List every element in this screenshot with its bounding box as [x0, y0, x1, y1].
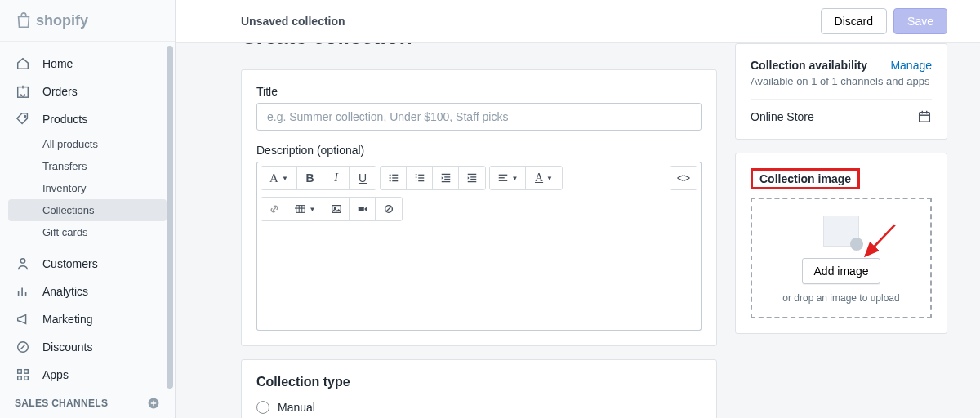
nav-marketing-label: Marketing: [42, 313, 92, 326]
collection-image-card: Collection image Add image or drop an im…: [735, 153, 947, 334]
availability-subtitle: Available on 1 of 1 channels and apps: [751, 75, 932, 87]
clear-format-button[interactable]: [376, 198, 402, 220]
text-color-dropdown[interactable]: A▼: [526, 167, 562, 189]
svg-rect-27: [470, 176, 476, 177]
outdent-button[interactable]: [433, 167, 459, 189]
svg-rect-26: [468, 174, 477, 175]
svg-rect-28: [470, 179, 476, 180]
nav-analytics[interactable]: Analytics: [0, 278, 175, 305]
svg-rect-16: [418, 175, 424, 176]
nav-products[interactable]: Products: [0, 105, 175, 133]
availability-title: Collection availability: [751, 59, 867, 72]
svg-rect-25: [441, 181, 450, 182]
shopify-logo[interactable]: shopify: [15, 11, 160, 29]
page-status: Unsaved collection: [241, 15, 345, 28]
collection-image-title: Collection image: [760, 172, 851, 185]
svg-rect-22: [441, 174, 450, 175]
collection-image-highlight: Collection image: [751, 168, 860, 189]
bullet-list-button[interactable]: [381, 167, 407, 189]
nav-online-store[interactable]: Online Store: [0, 415, 175, 418]
bold-button[interactable]: B: [297, 167, 323, 189]
availability-card: Collection availability Manage Available…: [735, 43, 947, 140]
indent-button[interactable]: [459, 167, 485, 189]
discount-icon: [15, 339, 31, 355]
person-icon: [15, 256, 31, 272]
svg-rect-11: [392, 175, 398, 176]
nav-products-label: Products: [42, 113, 87, 126]
nav-apps-label: Apps: [42, 368, 69, 381]
drop-hint: or drop an image to upload: [762, 292, 920, 304]
svg-rect-30: [498, 175, 507, 176]
nav-orders[interactable]: Orders: [0, 78, 175, 105]
svg-rect-5: [24, 370, 29, 374]
nav-analytics-label: Analytics: [42, 285, 88, 298]
numbered-list-button[interactable]: [407, 167, 433, 189]
link-button[interactable]: [261, 198, 287, 220]
page-title: Create collection: [241, 43, 717, 50]
manual-radio-row[interactable]: Manual: [256, 401, 702, 414]
svg-rect-33: [296, 206, 305, 213]
title-input[interactable]: [256, 103, 702, 131]
chart-icon: [15, 283, 31, 300]
nav-customers[interactable]: Customers: [0, 250, 175, 278]
nav: Home Orders Products All products Transf…: [0, 42, 175, 418]
nav-customers-label: Customers: [42, 257, 98, 270]
nav-apps[interactable]: Apps: [0, 361, 175, 389]
nav-home[interactable]: Home: [0, 50, 175, 78]
collection-type-card: Collection type Manual Add products to t…: [241, 359, 717, 418]
table-dropdown[interactable]: ▼: [287, 198, 323, 220]
svg-rect-13: [392, 177, 398, 178]
subnav-collections[interactable]: Collections: [8, 199, 167, 221]
channel-name: Online Store: [751, 110, 814, 123]
orders-icon: [15, 83, 31, 100]
font-style-dropdown[interactable]: A▼: [261, 167, 297, 189]
add-channel-icon[interactable]: [147, 397, 160, 410]
scrollbar[interactable]: [167, 46, 173, 389]
svg-point-1: [24, 116, 26, 118]
brand-text: shopify: [36, 12, 88, 29]
svg-rect-24: [444, 179, 450, 180]
video-button[interactable]: [350, 198, 376, 220]
underline-button[interactable]: U: [350, 167, 376, 189]
description-editor[interactable]: [256, 225, 702, 331]
collection-type-title: Collection type: [256, 375, 702, 389]
logo-area: shopify: [0, 0, 175, 42]
italic-button[interactable]: I: [323, 167, 350, 189]
image-dropzone[interactable]: Add image or drop an image to upload: [751, 198, 932, 318]
subnav-inventory[interactable]: Inventory: [0, 177, 175, 199]
nav-marketing[interactable]: Marketing: [0, 305, 175, 333]
svg-rect-39: [358, 207, 363, 211]
svg-rect-18: [418, 180, 424, 181]
svg-rect-15: [392, 180, 398, 181]
svg-rect-17: [418, 177, 424, 178]
title-description-card: Title Description (optional) A▼ B I U: [241, 69, 717, 346]
subnav-transfers[interactable]: Transfers: [0, 155, 175, 177]
calendar-icon[interactable]: [917, 109, 932, 124]
shopify-bag-icon: [15, 11, 33, 29]
subnav-gift-cards[interactable]: Gift cards: [0, 221, 175, 243]
svg-rect-4: [18, 370, 22, 374]
title-label: Title: [256, 85, 702, 98]
svg-point-2: [20, 259, 24, 263]
html-view-button[interactable]: <>: [670, 167, 697, 189]
image-placeholder-icon: [823, 216, 859, 247]
svg-rect-6: [18, 376, 22, 380]
image-button[interactable]: [323, 198, 350, 220]
sales-channels-header: SALES CHANNELS: [0, 389, 175, 415]
manual-radio[interactable]: [256, 401, 270, 414]
description-label: Description (optional): [256, 144, 702, 157]
manage-link[interactable]: Manage: [890, 59, 932, 72]
svg-rect-32: [498, 180, 507, 181]
discard-button[interactable]: Discard: [821, 8, 887, 34]
sidebar: shopify Home Orders Products All product…: [0, 0, 176, 418]
main: Unsaved collection Discard Save Create c…: [176, 0, 980, 418]
megaphone-icon: [15, 311, 31, 327]
nav-discounts[interactable]: Discounts: [0, 333, 175, 361]
editor-toolbar: A▼ B I U ▼ A▼: [256, 162, 702, 225]
apps-icon: [15, 367, 31, 383]
svg-rect-23: [444, 176, 450, 177]
save-button[interactable]: Save: [893, 8, 947, 34]
svg-point-12: [389, 177, 390, 179]
subnav-all-products[interactable]: All products: [0, 133, 175, 155]
align-dropdown[interactable]: ▼: [490, 167, 526, 189]
